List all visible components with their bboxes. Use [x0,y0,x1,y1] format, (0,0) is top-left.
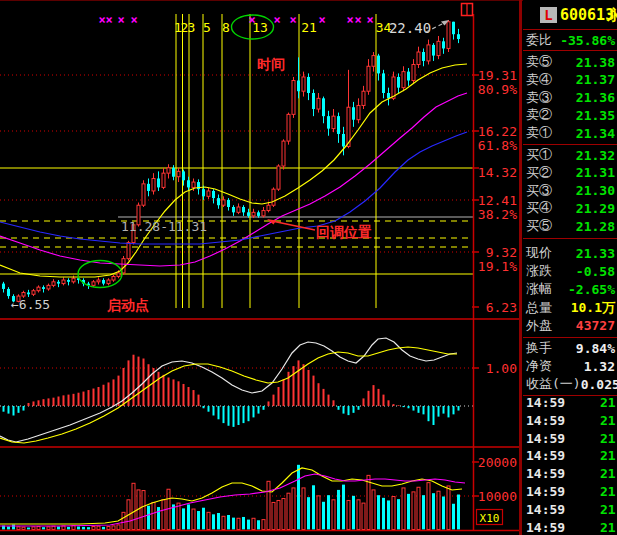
candle-body-down [342,134,345,146]
candle-body-up [127,243,130,259]
candle-body-up [282,141,285,166]
buy-quote-row[interactable]: 买①21.32 [526,146,615,164]
volume-bar-up [417,487,420,529]
volume-bar-up [222,516,225,529]
candle-body-up [142,184,145,205]
candle-body-down [102,280,105,284]
info2-row-label: 换手 [526,339,552,357]
buy-quote-row-value: 21.28 [576,219,615,234]
candle-body-down [202,189,205,196]
axis-label: 19.31 [478,68,517,83]
tick-time: 14:59 [526,520,565,535]
weibi-row: 委比-35.86% [526,31,615,49]
candle-body-down [442,41,445,48]
volume-bar-down [297,465,300,530]
chart-area[interactable]: 1235813213419.3180.9%16.2261.8%14.3212.4… [0,0,523,535]
candle-body-down [377,56,380,74]
volume-scale-label: X10 [480,512,500,525]
info-row-label: 外盘 [526,317,552,335]
buy-quote-row[interactable]: 买④21.29 [526,199,615,217]
candle-body-up [207,191,210,196]
volume-bar-down [67,527,70,530]
panel-section-divider [523,29,617,30]
candle-body-up [332,116,335,128]
volume-bar-up [362,503,365,529]
fib-label-peak: 22.40 [389,20,431,36]
fib-time-label: 3 [188,20,196,35]
candle-body-down [452,22,455,34]
sell-quote-row[interactable]: 卖②21.35 [526,106,615,124]
info-row-label: 涨跌 [526,262,552,280]
sell-quote-row[interactable]: 卖③21.36 [526,89,615,107]
buy-quote-row[interactable]: 买⑤21.28 [526,217,615,235]
candle-body-up [252,212,255,216]
signal-x-mark: × [354,13,361,27]
volume-bar-down [457,495,460,530]
candle-body-up [437,41,440,55]
candle-body-up [152,178,155,190]
axis-label: 61.8% [478,138,517,153]
tick-time: 14:59 [526,466,565,481]
volume-bar-up [367,475,370,529]
signal-x-mark: × [117,13,124,27]
candle-body-down [212,191,215,198]
info2-row: 净资1.32 [526,357,615,375]
tick-row: 14:5921. [526,431,617,448]
volume-bar-up [402,488,405,530]
volume-bar-down [312,485,315,529]
volume-bar-up [392,497,395,530]
tick-price: 21. [600,431,617,446]
volume-bar-down [382,498,385,530]
candle-body-down [422,52,425,61]
info-row-value: 10.1万 [571,299,615,317]
volume-bar-up [152,502,155,529]
volume-bar-up [142,491,145,530]
candle-body-up [302,77,305,91]
axis-label: 9.32 [486,245,517,260]
info-row-label: 涨幅 [526,280,552,298]
info2-row-value: 1.32 [584,359,615,374]
volume-bar-up [302,488,305,530]
info-row: 涨幅-2.65% [526,280,615,298]
volume-bar-up [272,502,275,529]
buy-quote-row-label: 买⑤ [526,217,552,235]
tick-row: 14:5921. [526,395,617,412]
info-row-label: 现价 [526,244,552,262]
volume-bar-up [347,500,350,529]
tick-row: 14:5921. [526,448,617,465]
candle-body-up [22,293,25,297]
buy-quote-row[interactable]: 买②21.31 [526,164,615,182]
sell-quote-row[interactable]: 卖①21.34 [526,124,615,142]
candle-body-down [27,293,30,295]
buy-quote-row[interactable]: 买③21.30 [526,182,615,200]
annotation-launch: 启动点 [106,297,149,313]
volume-bar-up [292,488,295,530]
sell-quote-row[interactable]: 卖⑤21.38 [526,53,615,71]
ma-slow-line [0,132,467,244]
candle-body-down [312,93,315,109]
volume-bar-down [387,500,390,529]
info2-row-label: 净资 [526,357,552,375]
volume-bar-down [342,485,345,530]
tick-row: 14:5921. [526,466,617,483]
signal-x-mark: × [318,13,325,27]
candle-body-up [262,211,265,216]
signal-x-mark: × [289,13,296,27]
candle-body-down [352,107,355,119]
candle-body-up [277,166,280,189]
volume-bar-down [27,528,30,530]
candle-body-down [2,284,5,289]
annotation-time: 时间 [257,56,285,72]
tick-price: 21. [600,520,617,535]
buy-quote-row-value: 21.29 [576,201,615,216]
candle-body-up [32,291,35,295]
candle-body-down [387,93,390,98]
quote-header[interactable]: L 600613 永 [523,2,617,28]
sell-quote-row[interactable]: 卖④21.37 [526,71,615,89]
volume-bar-up [107,527,110,530]
tick-price: 21. [600,395,617,410]
volume-bar-down [57,527,60,530]
volume-bar-down [182,508,185,529]
tick-time: 14:59 [526,448,565,463]
volume-bar-down [42,527,45,529]
